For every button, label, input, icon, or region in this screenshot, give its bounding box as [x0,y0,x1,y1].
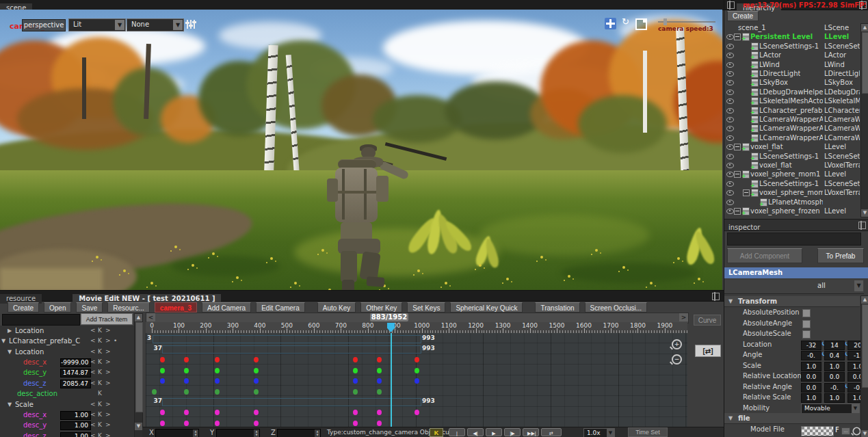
vector-value-input[interactable]: -32 [801,341,821,350]
track-key-control[interactable]: > [105,347,111,357]
timeline-track-bar[interactable] [162,345,421,354]
track-key-control[interactable]: > [105,336,111,346]
expander-icon[interactable] [734,144,741,150]
checkbox[interactable] [802,320,811,328]
step-forward-icon[interactable]: |▶ [504,428,521,436]
tree-row[interactable]: +voxel_flatLVoxelTerra [724,161,860,170]
keyframe-dot[interactable] [215,410,220,415]
eye-icon[interactable] [726,44,734,49]
track-key-control[interactable]: K [98,410,102,420]
track-key-control[interactable]: > [105,420,111,430]
expander-icon[interactable] [743,189,750,196]
tree-row[interactable]: +LDebugDrawHelperActorLDebugDraw [724,88,860,96]
x-input[interactable]: ▲▼ [155,429,199,437]
model-file-thumbnail[interactable] [801,426,834,436]
track-key-control[interactable]: > [105,431,111,437]
tree-row[interactable]: +LSceneSettings-1LSceneSetti [724,152,860,161]
track-key-control[interactable]: > [105,378,111,388]
toolbar-button-save[interactable]: Save [76,302,103,313]
track-key-control[interactable]: < [90,420,96,430]
track-key-control[interactable]: > [105,410,111,420]
tree-row[interactable]: +LActorLActor [724,51,860,59]
spinner-icon[interactable]: ▲▼ [254,429,259,437]
expander-icon[interactable] [734,34,741,40]
track-row[interactable]: ▼Location<K> [0,347,134,357]
eye-icon[interactable] [726,181,734,187]
eye-icon[interactable] [726,144,734,150]
keyframe-dot[interactable] [353,378,358,384]
keyframe-dot[interactable] [184,389,189,395]
eye-icon[interactable] [726,71,734,77]
scroll-left-icon[interactable]: < [146,313,155,321]
caret-down-icon[interactable]: ▼ [728,413,733,423]
keyframe-dot[interactable] [160,357,165,362]
keyframe-dot[interactable] [160,378,165,384]
tree-row[interactable]: +Persistent LevelLLevel [724,32,860,41]
eye-icon[interactable] [726,126,734,131]
track-row[interactable]: desc_actionK [0,388,134,399]
track-key-control[interactable]: < [90,367,96,378]
scroll-up-icon[interactable]: ▲ [861,296,868,304]
chevron-down-icon[interactable]: ▼ [852,404,859,413]
chevron-down-icon[interactable]: ▼ [115,20,124,30]
track-key-control[interactable]: K [98,347,102,357]
vector-value-input[interactable]: 1.0 [824,393,845,403]
chevron-down-icon[interactable]: ▼ [607,429,614,437]
scrollbar-thumb[interactable] [135,322,143,412]
tree-row[interactable]: +voxel_flatLLevel [724,142,860,151]
viewport-scene[interactable] [0,10,722,290]
perspective-button[interactable]: perspective [22,19,66,31]
rotate-gizmo-icon[interactable]: ↻ [620,16,631,28]
keyframe-dot[interactable] [353,421,358,426]
add-component-button[interactable]: Add Component [727,248,802,263]
track-key-control[interactable]: K [98,367,102,378]
track-value-input[interactable]: 1474.87 [60,369,91,378]
keyframe-dot[interactable] [254,357,259,362]
keyframe-dot[interactable] [215,421,220,426]
scroll-right-icon[interactable]: > [679,313,688,321]
sliders-icon[interactable] [185,18,197,30]
keyframe-dot[interactable] [215,368,220,373]
keyframe-dot[interactable] [377,357,382,362]
tree-row[interactable]: +LSceneSettings-1LSceneSetti [724,42,860,51]
pin-icon[interactable] [712,293,720,300]
vector-value-input[interactable]: 0.0 [801,383,821,393]
keyframe-dot[interactable] [353,389,358,395]
caret-icon[interactable]: ▼ [8,347,12,357]
track-row[interactable]: desc_z1.00<K> [0,431,134,437]
track-key-control[interactable]: K [98,378,102,388]
track-key-control[interactable]: < [90,410,96,420]
vector-value-input[interactable]: 1.0 [824,362,845,371]
keyframe-dot[interactable] [415,357,419,362]
keyframe-dot[interactable] [353,410,358,415]
track-row[interactable]: ▶Location<K> [0,326,134,336]
toolbar-button-screen-occlusi-[interactable]: Screen Occlusi... [585,302,648,313]
eye-icon[interactable] [726,80,734,85]
keyframe-dot[interactable] [254,389,259,395]
eye-icon[interactable] [726,200,734,205]
key-button[interactable]: K [430,428,443,437]
component-filter-row[interactable]: all ▼ [724,280,864,294]
track-key-control[interactable]: < [90,336,96,346]
toolbar-button-other-key[interactable]: Other Key [360,302,402,313]
track-row[interactable]: desc_x1.00<K> [0,410,134,420]
track-row[interactable]: desc_y1.00<K> [0,420,134,430]
track-value-input[interactable]: 1.00 [60,411,91,420]
track-key-control[interactable]: > [105,399,111,410]
track-key-control[interactable]: > [105,357,111,367]
chevron-down-icon[interactable]: ▼ [854,280,863,291]
keyframe-dot[interactable] [184,368,189,373]
keyframe-dot[interactable] [377,421,382,426]
browse-icon[interactable]: … [841,427,850,435]
tree-row[interactable]: +LCameraWrapperActor_pLCameraWr [724,124,860,133]
expander-icon[interactable] [734,208,741,215]
keyframe-dot[interactable] [215,378,220,384]
mobility-dropdown[interactable]: Movable▼ [801,403,860,414]
toolbar-button-open[interactable]: Open [44,302,71,313]
track-key-control[interactable]: K [98,388,102,399]
play-icon[interactable]: ▶ [486,428,502,436]
eye-icon[interactable] [726,163,734,168]
eye-icon[interactable] [726,190,734,196]
toolbar-button-edit-camera[interactable]: Edit Camera [256,302,305,313]
tree-row[interactable]: +voxel_sphere_mom1LLevel [724,170,860,178]
